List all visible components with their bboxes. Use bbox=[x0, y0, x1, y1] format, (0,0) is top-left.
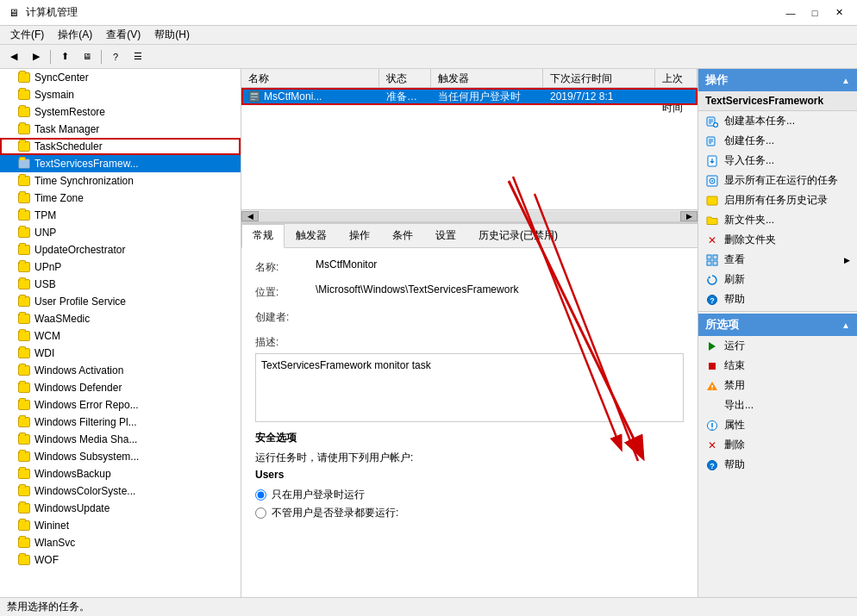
tree-item-synccenter[interactable]: SyncCenter bbox=[0, 69, 241, 86]
tree-item-timezone[interactable]: Time Zone bbox=[0, 190, 241, 207]
action-import[interactable]: 导入任务... bbox=[698, 151, 857, 171]
action-view[interactable]: 查看 ▶ bbox=[698, 250, 857, 270]
name-value: MsCtfMonitor bbox=[316, 258, 684, 271]
tree-item-userprofile[interactable]: User Profile Service bbox=[0, 293, 241, 310]
col-nextrun[interactable]: 下次运行时间 bbox=[543, 69, 655, 87]
close-button[interactable]: ✕ bbox=[828, 4, 850, 22]
radio-login-only[interactable] bbox=[255, 489, 266, 501]
action-help-bottom[interactable]: ? 帮助 bbox=[698, 455, 857, 475]
maximize-button[interactable]: □ bbox=[804, 4, 826, 22]
tree-item-timesync[interactable]: Time Synchronization bbox=[0, 172, 241, 190]
action-delete-folder[interactable]: ✕ 删除文件夹 bbox=[698, 230, 857, 250]
tree-item-winerrorrepo[interactable]: Windows Error Repo... bbox=[0, 396, 241, 414]
tab-history[interactable]: 历史记录(已禁用) bbox=[467, 224, 569, 247]
tree-item-taskscheduler[interactable]: TaskScheduler bbox=[0, 138, 241, 155]
action-create-basic[interactable]: 创建基本任务... bbox=[698, 111, 857, 131]
svg-point-34 bbox=[711, 428, 713, 430]
tree-item-tpm[interactable]: TPM bbox=[0, 207, 241, 224]
menu-action[interactable]: 操作(A) bbox=[51, 26, 99, 44]
table-row[interactable]: MsCtfMoni... 准备就绪 当任何用户登录时 2019/7/12 8:1 bbox=[241, 88, 697, 105]
action-run[interactable]: 运行 bbox=[698, 336, 857, 356]
col-trigger[interactable]: 触发器 bbox=[431, 69, 543, 87]
tab-condition[interactable]: 条件 bbox=[381, 224, 424, 247]
up-button[interactable]: ⬆ bbox=[54, 47, 75, 66]
svg-rect-2 bbox=[251, 96, 258, 97]
radio-always-run[interactable] bbox=[255, 507, 266, 519]
menu-help[interactable]: 帮助(H) bbox=[147, 26, 197, 44]
folder-icon bbox=[17, 122, 31, 136]
folder-icon bbox=[17, 208, 31, 222]
action-help-top[interactable]: ? 帮助 bbox=[698, 289, 857, 309]
action-export[interactable]: 导出... bbox=[698, 395, 857, 415]
tab-general[interactable]: 常规 bbox=[241, 224, 285, 248]
tab-settings[interactable]: 设置 bbox=[424, 224, 467, 247]
scroll-left[interactable]: ◀ bbox=[241, 211, 259, 221]
tree-area[interactable]: SyncCenter Sysmain SystemRestore Task Ma… bbox=[0, 69, 241, 597]
folder-icon bbox=[17, 88, 31, 102]
action-delete[interactable]: ✕ 删除 bbox=[698, 435, 857, 455]
tree-item-waasmedic[interactable]: WaaSMedic bbox=[0, 310, 241, 327]
tree-item-wof[interactable]: WOF bbox=[0, 551, 241, 569]
run-label: 运行 bbox=[724, 339, 745, 353]
radio-option-2[interactable]: 不管用户是否登录都要运行: bbox=[255, 506, 684, 520]
menu-view[interactable]: 查看(V) bbox=[99, 26, 147, 44]
forward-button[interactable]: ▶ bbox=[26, 47, 47, 66]
tree-item-winbackup[interactable]: WindowsBackup bbox=[0, 465, 241, 482]
tree-item-wcm[interactable]: WCM bbox=[0, 327, 241, 345]
tree-item-winsubsystem[interactable]: Windows Subsystem... bbox=[0, 448, 241, 465]
status-bar: 禁用选择的任务。 bbox=[0, 597, 857, 616]
security-section: 安全选项 运行任务时，请使用下列用户帐户: Users 只在用户登录时运行 不管… bbox=[255, 431, 684, 520]
action-new-folder[interactable]: 新文件夹... bbox=[698, 210, 857, 230]
tree-item-updateorch[interactable]: UpdateOrchestrator bbox=[0, 241, 241, 258]
tree-item-textservices[interactable]: TextServicesFramew... bbox=[0, 155, 241, 172]
disable-label: 禁用 bbox=[724, 378, 745, 393]
minimize-button[interactable]: — bbox=[779, 4, 802, 22]
tree-item-unp[interactable]: UNP bbox=[0, 224, 241, 241]
tab-trigger[interactable]: 触发器 bbox=[285, 224, 338, 247]
radio-option-1[interactable]: 只在用户登录时运行 bbox=[255, 488, 684, 502]
scroll-right[interactable]: ▶ bbox=[680, 211, 697, 221]
actions-header: 操作 ▲ bbox=[698, 69, 857, 91]
action-refresh[interactable]: 刷新 bbox=[698, 270, 857, 289]
tree-item-systemrestore[interactable]: SystemRestore bbox=[0, 103, 241, 121]
folder-icon bbox=[17, 105, 31, 119]
collapse-selected-icon[interactable]: ▲ bbox=[841, 320, 850, 330]
tree-item-winupdate[interactable]: WindowsUpdate bbox=[0, 500, 241, 517]
list-body[interactable]: MsCtfMoni... 准备就绪 当任何用户登录时 2019/7/12 8:1 bbox=[241, 88, 697, 209]
action-properties[interactable]: 属性 bbox=[698, 415, 857, 435]
col-status[interactable]: 状态 bbox=[379, 69, 431, 87]
tree-item-winmedia[interactable]: Windows Media Sha... bbox=[0, 431, 241, 448]
collapse-icon[interactable]: ▲ bbox=[841, 76, 850, 85]
tree-item-winfiltering[interactable]: Windows Filtering Pl... bbox=[0, 414, 241, 431]
tab-action[interactable]: 操作 bbox=[338, 224, 381, 247]
col-lastrun[interactable]: 上次运行时间 bbox=[655, 69, 697, 87]
action-end[interactable]: 结束 bbox=[698, 356, 857, 376]
view-button[interactable]: ☰ bbox=[128, 47, 148, 66]
tree-item-usb[interactable]: USB bbox=[0, 276, 241, 293]
tree-item-wlansvc[interactable]: WlanSvc bbox=[0, 534, 241, 551]
back-button[interactable]: ◀ bbox=[3, 47, 24, 66]
create-basic-label: 创建基本任务... bbox=[724, 114, 795, 128]
help-bottom-icon: ? bbox=[705, 458, 719, 472]
properties-label: 属性 bbox=[724, 418, 745, 432]
export-label: 导出... bbox=[724, 398, 754, 413]
tree-item-winactivation[interactable]: Windows Activation bbox=[0, 362, 241, 379]
tree-item-windefender[interactable]: Windows Defender bbox=[0, 379, 241, 396]
tree-item-upnp[interactable]: UPnP bbox=[0, 258, 241, 276]
tree-item-wdi[interactable]: WDI bbox=[0, 345, 241, 362]
tree-item-sysmain[interactable]: Sysmain bbox=[0, 86, 241, 103]
action-create-task[interactable]: 创建任务... bbox=[698, 131, 857, 151]
tree-item-wincolorsys[interactable]: WindowsColorSyste... bbox=[0, 482, 241, 500]
action-disable[interactable]: 禁用 bbox=[698, 376, 857, 395]
folder-icon bbox=[17, 450, 31, 464]
col-name[interactable]: 名称 bbox=[241, 69, 379, 87]
help-button[interactable]: ? bbox=[105, 47, 126, 66]
tree-item-taskmanager[interactable]: Task Manager bbox=[0, 121, 241, 138]
show-button[interactable]: 🖥 bbox=[77, 47, 97, 66]
menu-file[interactable]: 文件(F) bbox=[3, 26, 51, 44]
enable-history-label: 启用所有任务历史记录 bbox=[724, 193, 828, 208]
action-show-running[interactable]: 显示所有正在运行的任务 bbox=[698, 171, 857, 190]
folder-icon bbox=[17, 364, 31, 377]
action-enable-history[interactable]: 启用所有任务历史记录 bbox=[698, 190, 857, 210]
tree-item-wininet[interactable]: Wininet bbox=[0, 517, 241, 534]
